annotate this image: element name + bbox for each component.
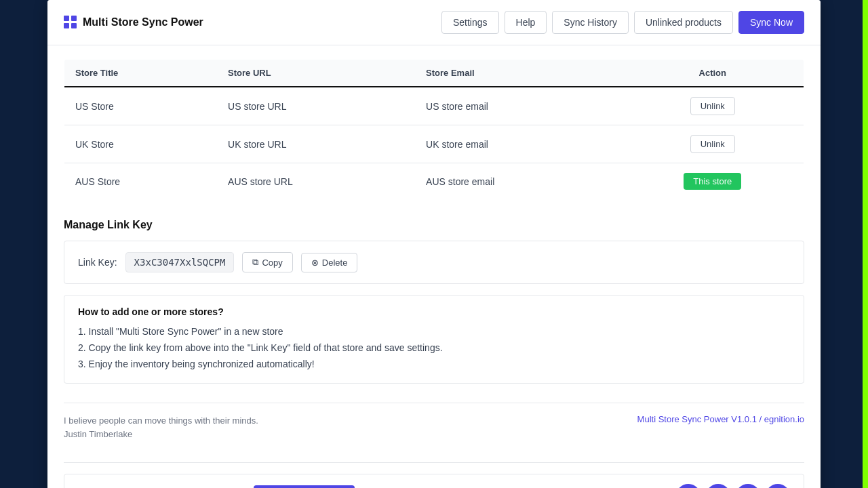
col-action: Action: [622, 60, 804, 87]
link-key-box: Link Key: X3xC3047XxlSQCPM ⧉ Copy ⊗ Dele…: [64, 241, 804, 284]
footer-content: I believe people can move things with th…: [64, 414, 804, 451]
review-left: ♥ Find Multi Store Sync Power useful? ▶ …: [78, 485, 355, 488]
facebook-icon[interactable]: f: [766, 484, 790, 488]
how-to-step: 1. Install "Multi Store Sync Power" in a…: [78, 324, 790, 340]
how-to-section: How to add one or more stores? 1. Instal…: [64, 295, 804, 384]
how-to-step: 2. Copy the link key from above into the…: [78, 340, 790, 357]
list-icon[interactable]: ☰: [676, 484, 701, 488]
settings-button[interactable]: Settings: [441, 11, 499, 34]
app-container: Multi Store Sync Power Settings Help Syn…: [47, 0, 821, 488]
unlink-button[interactable]: Unlink: [690, 97, 735, 115]
leave-review-button[interactable]: ▶ Leave a Review: [254, 485, 355, 488]
store-title-cell: AUS Store: [64, 163, 218, 200]
social-icons: ☰🔍🐦f: [676, 484, 790, 488]
review-bar: ♥ Find Multi Store Sync Power useful? ▶ …: [64, 474, 804, 488]
store-email-cell: UK store email: [415, 125, 622, 163]
app-icon: [64, 16, 77, 29]
copy-button[interactable]: ⧉ Copy: [242, 252, 292, 272]
store-email-cell: US store email: [415, 87, 622, 125]
app-title: Multi Store Sync Power: [83, 16, 203, 28]
delete-icon: ⊗: [311, 258, 319, 268]
store-url-cell: AUS store URL: [217, 163, 415, 200]
header: Multi Store Sync Power Settings Help Syn…: [47, 0, 821, 45]
col-store-title: Store Title: [64, 60, 218, 87]
link-key-label: Link Key:: [78, 257, 117, 268]
how-to-list: 1. Install "Multi Store Sync Power" in a…: [78, 324, 790, 372]
store-url-cell: US store URL: [217, 87, 415, 125]
store-action-cell: Unlink: [622, 87, 804, 125]
footer-divider2: [64, 462, 804, 463]
store-url-cell: UK store URL: [217, 125, 415, 163]
footer-divider: [64, 403, 804, 403]
manage-link-key-section: Manage Link Key Link Key: X3xC3047XxlSQC…: [64, 219, 804, 284]
header-left: Multi Store Sync Power: [64, 16, 203, 29]
store-title-cell: UK Store: [64, 125, 218, 163]
how-to-step: 3. Enjoy the inventory being synchronize…: [78, 357, 790, 373]
footer-quote: I believe people can move things with th…: [64, 414, 258, 441]
store-action-cell: Unlink: [622, 125, 804, 163]
link-key-value: X3xC3047XxlSQCPM: [125, 252, 235, 272]
store-email-cell: AUS store email: [415, 163, 622, 200]
copy-icon: ⧉: [252, 257, 258, 268]
footer-link[interactable]: Multi Store Sync Power V1.0.1 / egnition…: [637, 414, 804, 424]
store-table: Store Title Store URL Store Email Action…: [64, 59, 804, 200]
table-row: AUS StoreAUS store URLAUS store emailThi…: [64, 163, 804, 200]
sync-history-button[interactable]: Sync History: [552, 11, 629, 34]
store-action-cell: This store: [622, 163, 804, 200]
search-icon[interactable]: 🔍: [706, 484, 730, 488]
table-row: US StoreUS store URLUS store emailUnlink: [64, 87, 804, 125]
store-title-cell: US Store: [64, 87, 218, 125]
this-store-button[interactable]: This store: [684, 173, 741, 190]
col-store-email: Store Email: [415, 60, 622, 87]
help-button[interactable]: Help: [505, 11, 547, 34]
unlink-button[interactable]: Unlink: [690, 135, 735, 153]
col-store-url: Store URL: [217, 60, 415, 87]
sync-now-button[interactable]: Sync Now: [738, 11, 804, 34]
delete-button[interactable]: ⊗ Delete: [301, 253, 358, 272]
main-content: Store Title Store URL Store Email Action…: [47, 45, 821, 488]
table-row: UK StoreUK store URLUK store emailUnlink: [64, 125, 804, 163]
manage-link-key-title: Manage Link Key: [64, 219, 804, 231]
twitter-icon[interactable]: 🐦: [736, 484, 760, 488]
header-buttons: Settings Help Sync History Unlinked prod…: [441, 11, 804, 34]
how-to-title: How to add one or more stores?: [78, 306, 790, 317]
unlinked-products-button[interactable]: Unlinked products: [634, 11, 733, 34]
